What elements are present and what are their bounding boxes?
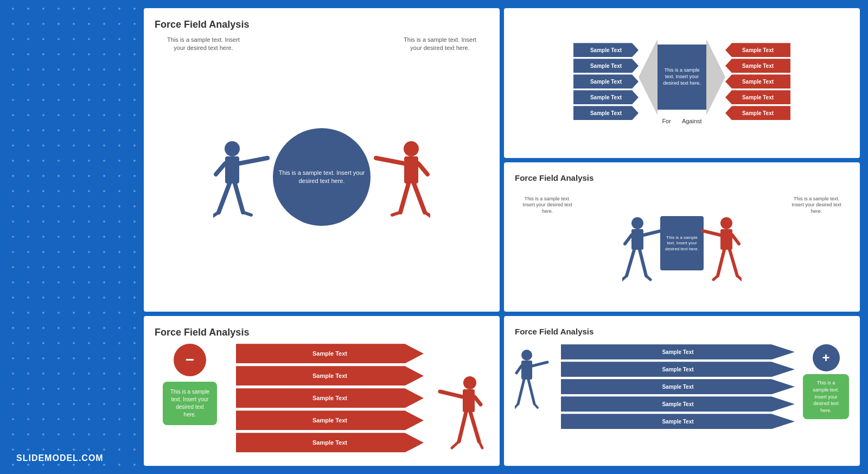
dot-pattern-bg <box>0 0 141 474</box>
slide3-right-section: Sample Text Sample Text Sample Text Samp… <box>236 344 489 452</box>
svg-point-18 <box>463 376 476 389</box>
svg-line-10 <box>376 158 404 163</box>
slide4-right-text: This is a sample text. Insert your desir… <box>789 196 844 215</box>
slide5-right-section: + This is a sample text. Insert your des… <box>803 344 849 419</box>
svg-rect-1 <box>225 156 239 184</box>
slide-3[interactable]: Force Field Analysis − This is a sample … <box>144 316 500 466</box>
slide2-right-arrow-5: Sample Text <box>725 106 790 120</box>
svg-line-32 <box>622 276 627 281</box>
slide5-figure-svg <box>515 347 553 412</box>
slide1-left-text: This is a sample text. Insert your desir… <box>165 36 241 53</box>
slide5-content: Sample Text Sample Text Sample Text Samp… <box>515 342 849 453</box>
svg-marker-16 <box>639 39 658 115</box>
svg-line-11 <box>418 163 427 174</box>
slide4-box-text: This is a sample text. Insert your desir… <box>663 235 701 252</box>
slide-5[interactable]: Force Field Analysis Sample Text Samp <box>504 316 860 466</box>
slide2-against-label: Against <box>682 118 702 124</box>
slide3-green-box: This is a sample text. Insert your desir… <box>163 382 217 425</box>
slide2-left-arrow-2: Sample Text <box>573 59 639 73</box>
svg-line-39 <box>730 250 737 276</box>
slide1-figure-area: This is a sample text. Insert your desir… <box>155 58 489 296</box>
svg-line-5 <box>235 184 243 212</box>
slides-area: Force Field Analysis This is a sample te… <box>144 8 860 466</box>
slide1-right-text: This is a sample text. Insert your desir… <box>402 36 478 53</box>
svg-rect-9 <box>404 156 418 184</box>
slide2-right-arrow-1: Sample Text <box>725 43 790 57</box>
slide2-left-arrow-3: Sample Text <box>573 74 639 89</box>
svg-point-34 <box>720 217 732 229</box>
slide5-arrow-1: Sample Text <box>561 344 795 359</box>
svg-line-14 <box>392 212 400 215</box>
svg-line-30 <box>627 250 634 276</box>
svg-line-28 <box>643 231 661 235</box>
svg-line-6 <box>213 212 219 218</box>
svg-line-22 <box>459 412 466 441</box>
svg-line-29 <box>625 235 631 244</box>
slide5-title: Force Field Analysis <box>515 327 849 336</box>
slide5-arrow-5: Sample Text <box>561 414 795 429</box>
slide4-figure-right <box>698 213 742 284</box>
slide3-arrow-3: Sample Text <box>236 388 424 408</box>
slide3-figure-svg <box>435 371 483 452</box>
svg-point-26 <box>631 217 643 229</box>
slide1-figure-left <box>213 134 273 220</box>
svg-line-4 <box>219 184 229 212</box>
slide1-title: Force Field Analysis <box>155 19 489 30</box>
slide1-center-circle: This is a sample text. Insert your desir… <box>273 128 371 226</box>
slide3-arrow-2: Sample Text <box>236 366 424 385</box>
slide2-left-arrows: Sample Text Sample Text Sample Text Samp… <box>573 43 639 120</box>
slide2-left-arrow-5: Sample Text <box>573 106 639 120</box>
slide2-large-arrow-right <box>706 39 725 115</box>
slide2-left-arrow-1: Sample Text <box>573 43 639 57</box>
svg-line-45 <box>516 366 521 373</box>
svg-rect-19 <box>463 389 475 412</box>
slide4-figure-left <box>622 213 666 284</box>
svg-line-20 <box>440 391 463 397</box>
slide1-circle-text: This is a sample text. Insert your desir… <box>273 163 371 191</box>
slide-4[interactable]: Force Field Analysis This is a sample te… <box>504 162 860 312</box>
slide2-arrow-diagram: Sample Text Sample Text Sample Text Samp… <box>515 19 849 142</box>
slide5-green-box: This is a sample text. Insert your desir… <box>803 374 849 419</box>
slide2-center-text: This is a sample text. Insert your desir… <box>660 67 704 86</box>
svg-line-40 <box>713 276 718 280</box>
slide3-arrows: Sample Text Sample Text Sample Text Samp… <box>236 344 424 452</box>
slide5-arrow-3: Sample Text <box>561 379 795 394</box>
svg-line-15 <box>425 212 430 218</box>
slide-2[interactable]: Sample Text Sample Text Sample Text Samp… <box>504 8 860 158</box>
slide3-minus-icon: − <box>174 344 206 376</box>
slide4-title: Force Field Analysis <box>515 173 849 182</box>
slide4-left-text: This is a sample text. Insert your desir… <box>520 196 575 215</box>
slide5-arrows: Sample Text Sample Text Sample Text Samp… <box>561 344 795 429</box>
svg-line-33 <box>646 276 650 280</box>
svg-line-48 <box>515 404 518 409</box>
slide1-figure-right <box>371 134 430 220</box>
svg-point-0 <box>225 141 240 156</box>
slide5-plus-icon: + <box>813 344 840 371</box>
svg-line-13 <box>414 184 425 212</box>
slide1-top-texts: This is a sample text. Insert your desir… <box>155 36 489 53</box>
slide2-for-against: For Against <box>662 118 701 124</box>
slide3-title: Force Field Analysis <box>155 327 489 338</box>
slide2-right-arrows: Sample Text Sample Text Sample Text Samp… <box>725 43 790 120</box>
slide3-arrow-1: Sample Text <box>236 344 424 363</box>
slide5-figure <box>515 347 553 412</box>
slide-1[interactable]: Force Field Analysis This is a sample te… <box>144 8 500 312</box>
svg-line-49 <box>534 404 538 408</box>
svg-line-47 <box>528 380 534 404</box>
svg-line-36 <box>703 231 720 235</box>
svg-rect-27 <box>631 229 643 250</box>
slide2-right-arrow-2: Sample Text <box>725 59 790 73</box>
svg-line-41 <box>737 276 742 281</box>
slide2-right-arrow-4: Sample Text <box>725 90 790 104</box>
slide2-large-arrow-left <box>639 39 658 115</box>
slide2-for-label: For <box>662 118 671 124</box>
svg-line-3 <box>216 163 225 174</box>
slide1-content: This is a sample text. Insert your desir… <box>155 36 489 296</box>
slide4-figure-area: This is a sample text. Insert your desir… <box>515 188 849 300</box>
svg-line-31 <box>640 250 646 276</box>
svg-line-38 <box>718 250 724 276</box>
svg-point-8 <box>404 141 419 156</box>
svg-line-46 <box>518 380 524 404</box>
slide5-arrow-2: Sample Text <box>561 362 795 377</box>
slide3-figure <box>435 344 489 452</box>
